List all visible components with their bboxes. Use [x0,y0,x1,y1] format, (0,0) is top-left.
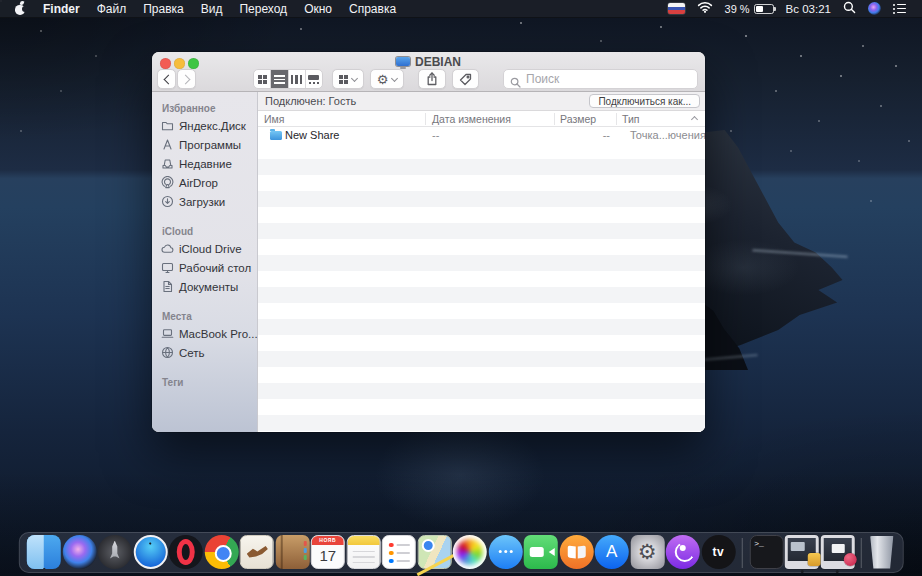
column-header-name[interactable]: Имя [264,113,284,125]
dock-icon-terminal[interactable]: >_ [749,535,783,569]
siri-icon[interactable] [868,2,881,15]
dock-icon-apple-tv[interactable]: tv [701,535,735,569]
menu-bar: Finder Файл Правка Вид Переход Окно Спра… [0,0,922,18]
action-menu-button[interactable]: ⚙ [370,69,404,89]
dock-minimized-window-1[interactable] [785,535,819,569]
share-button[interactable] [418,69,446,89]
shared-folder-icon [270,131,282,140]
dock-icon-trash[interactable] [868,536,895,569]
back-button[interactable] [157,69,176,89]
battery-icon [754,4,774,14]
wifi-icon[interactable] [697,1,713,16]
dock-icon-reminders[interactable] [382,535,416,569]
menu-go[interactable]: Переход [239,2,287,16]
dock-icon-photos[interactable] [453,535,487,569]
dock-icon-notes[interactable] [346,535,380,569]
column-header-date[interactable]: Дата изменения [432,113,511,125]
dock-separator [742,538,743,568]
sidebar-item-network[interactable]: Сеть [152,343,257,362]
dock-icon-finder[interactable] [27,535,61,569]
globe-icon [161,346,174,359]
connection-status-bar: Подключен: Гость Подключиться как... [258,92,705,111]
icon-view-button[interactable] [254,70,271,88]
forward-button[interactable] [177,69,196,89]
file-name: New Share [285,129,339,141]
file-listing: New Share -- -- Точка...ючения [258,127,705,432]
sidebar-item-yandex-disk[interactable]: Яндекс.Диск [152,116,257,135]
server-display-icon [396,57,410,68]
recents-icon [161,157,174,170]
menu-edit[interactable]: Правка [143,2,184,16]
list-view-icon [274,75,285,84]
tag-icon [459,73,472,86]
gallery-view-icon [308,75,319,84]
desktop-icon [161,261,174,274]
input-language-flag-icon[interactable] [668,3,685,14]
share-icon [426,72,438,86]
notification-list-icon[interactable] [893,4,906,14]
dock-icon-opera[interactable] [169,535,203,569]
dock-icon-maps[interactable] [417,535,451,569]
sidebar-section-tags: Теги [152,372,257,390]
window-title: DEBIAN [152,55,705,69]
gallery-view-button[interactable] [306,70,322,88]
tag-button[interactable] [452,69,479,89]
sort-direction-icon[interactable] [691,116,698,123]
sidebar-item-icloud-drive[interactable]: iCloud Drive [152,239,257,258]
group-icon [339,75,348,84]
dock-icon-safari[interactable] [133,535,167,569]
sidebar-item-recents[interactable]: Недавние [152,154,257,173]
dock: НОЯБ 17 A ⚙ tv >_ [19,532,904,573]
file-date-modified: -- [432,129,439,141]
sidebar-section-locations: Места [152,306,257,324]
dock-icon-system-preferences[interactable]: ⚙ [630,535,664,569]
column-header-size[interactable]: Размер [560,113,596,125]
table-row[interactable]: New Share -- -- Точка...ючения [258,127,705,143]
spotlight-search-icon[interactable] [843,1,856,17]
battery-status[interactable]: 39 % [725,3,774,15]
documents-icon [161,280,174,293]
dock-icon-podcasts[interactable] [666,535,700,569]
list-view-button[interactable] [271,70,288,88]
file-size: -- [554,129,610,141]
battery-percent: 39 % [725,3,750,15]
menu-clock[interactable]: Вс 03:21 [786,3,831,15]
menu-help[interactable]: Справка [349,2,396,16]
laptop-icon [161,327,174,340]
dock-icon-contacts[interactable] [275,535,309,569]
sidebar-item-macbook-pro[interactable]: MacBook Pro... [152,324,257,343]
dock-icon-mail[interactable] [240,535,274,569]
dock-icon-app-store[interactable]: A [595,535,629,569]
column-header-kind[interactable]: Тип [622,113,640,125]
search-field [503,69,698,89]
column-view-button[interactable] [289,70,306,88]
finder-content: Подключен: Гость Подключиться как... Имя… [258,92,705,432]
menu-view[interactable]: Вид [201,2,223,16]
menu-finder[interactable]: Finder [43,2,80,16]
dock-separator [861,538,862,568]
sidebar-item-documents[interactable]: Документы [152,277,257,296]
group-button[interactable] [332,69,364,89]
column-view-icon [291,75,302,84]
sidebar-item-downloads[interactable]: Загрузки [152,192,257,211]
dock-icon-launchpad[interactable] [98,535,132,569]
wallpaper-glow [375,420,545,530]
finder-window: DEBIAN ⚙ [152,52,705,432]
menu-file[interactable]: Файл [97,2,127,16]
dock-icon-siri[interactable] [62,535,96,569]
dock-icon-chrome[interactable] [204,535,238,569]
dock-minimized-window-2[interactable] [820,535,854,569]
dock-icon-books[interactable] [559,535,593,569]
sidebar-section-icloud: iCloud [152,221,257,239]
menu-window[interactable]: Окно [304,2,332,16]
dock-icon-facetime[interactable] [524,535,558,569]
app-badge-icon [808,553,821,566]
sidebar-item-airdrop[interactable]: AirDrop [152,173,257,192]
dock-icon-messages[interactable] [488,535,522,569]
search-input[interactable] [504,70,697,88]
sidebar-item-applications[interactable]: Программы [152,135,257,154]
sidebar-item-desktop[interactable]: Рабочий стол [152,258,257,277]
dock-icon-calendar[interactable]: НОЯБ 17 [311,535,345,569]
apple-menu-icon[interactable] [14,2,26,15]
connect-as-button[interactable]: Подключиться как... [589,94,700,108]
